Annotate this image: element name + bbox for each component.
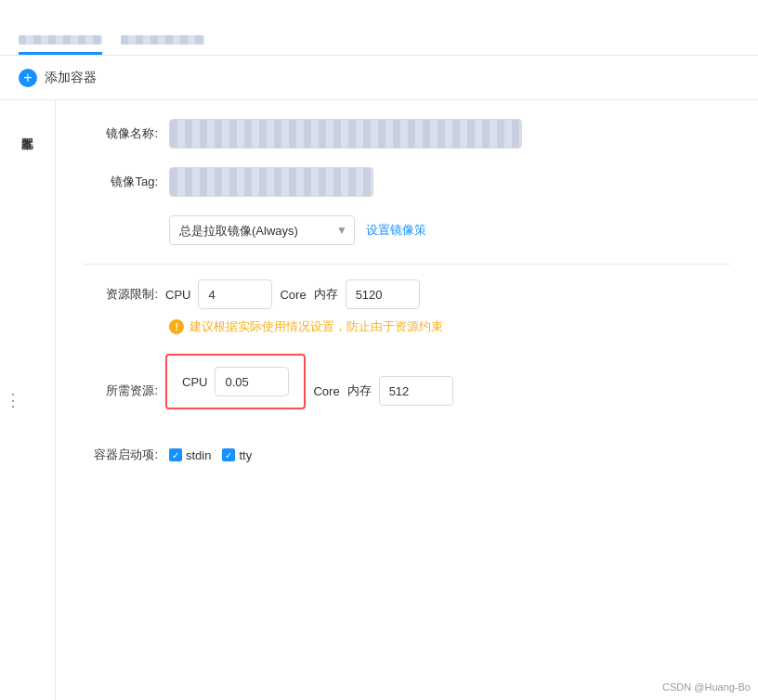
main-container: + 添加容器 ⋮ 基本配置 镜像名称: 镜像Tag: <box>0 0 758 700</box>
tty-checkbox-wrapper: ✓ tty <box>222 448 252 462</box>
tab-2-underline <box>121 52 204 55</box>
image-tag-input[interactable] <box>169 167 373 197</box>
tty-label: tty <box>239 448 252 462</box>
startup-row: 容器启动项: ✓ stdin ✓ tty <box>84 447 730 463</box>
separator-1 <box>84 264 730 265</box>
image-name-label: 镜像名称: <box>84 125 158 142</box>
needs-cpu-field-label: CPU <box>182 375 207 389</box>
warning-row: ! 建议根据实际使用情况设置，防止由于资源约束 <box>84 318 730 335</box>
memory-input[interactable] <box>346 279 420 309</box>
stdin-checkbox[interactable]: ✓ <box>169 448 182 461</box>
tty-checkbox[interactable]: ✓ <box>222 448 235 461</box>
tab-1-text <box>19 35 102 45</box>
cpu-input[interactable] <box>198 279 272 309</box>
tty-checkmark: ✓ <box>225 450 232 460</box>
pull-policy-select[interactable]: 总是拉取镜像(Always) <box>169 215 355 245</box>
needs-memory-field-label: 内存 <box>347 382 372 399</box>
add-container-label: 添加容器 <box>45 70 97 86</box>
needs-resource-wrapper: 所需资源: CPU Core 内存 <box>84 354 730 428</box>
image-name-input[interactable] <box>169 119 522 149</box>
cpu-field-label: CPU <box>165 288 190 302</box>
tab-1[interactable] <box>19 0 102 55</box>
stdin-checkbox-wrapper: ✓ stdin <box>169 448 211 462</box>
needs-cpu-input[interactable] <box>215 367 289 396</box>
stdin-checkmark: ✓ <box>172 450 179 460</box>
highlighted-section: CPU <box>165 354 306 409</box>
startup-label: 容器启动项: <box>84 447 158 463</box>
image-name-row: 镜像名称: <box>84 119 730 149</box>
sidebar-label[interactable]: 基本配置 <box>15 119 41 137</box>
needs-core-label: Core <box>313 384 339 398</box>
tab-2[interactable] <box>121 0 204 55</box>
memory-field-label: 内存 <box>314 286 338 303</box>
plus-icon: + <box>23 71 32 85</box>
image-tag-row: 镜像Tag: <box>84 167 730 197</box>
form-area: 镜像名称: 镜像Tag: 总是拉取镜像(Always) ▼ 设置镜像策 <box>56 100 758 700</box>
pull-policy-row: 总是拉取镜像(Always) ▼ 设置镜像策 <box>84 215 730 245</box>
left-sidebar: ⋮ 基本配置 <box>0 100 56 700</box>
set-image-link[interactable]: 设置镜像策 <box>366 222 426 239</box>
resource-limit-label: 资源限制: <box>84 286 158 303</box>
top-tabs-area <box>0 0 758 56</box>
stdin-label: stdin <box>186 448 211 462</box>
core-label: Core <box>280 288 306 302</box>
warning-icon: ! <box>169 319 184 334</box>
watermark: CSDN @Huang-Bo <box>662 681 751 693</box>
warning-text: 建议根据实际使用情况设置，防止由于资源约束 <box>190 318 443 335</box>
sidebar-dots: ⋮ <box>5 390 21 410</box>
needs-memory-input[interactable] <box>379 376 453 406</box>
tab-1-underline <box>19 52 102 55</box>
image-tag-label: 镜像Tag: <box>84 174 158 190</box>
resource-limit-row: 资源限制: CPU Core 内存 <box>84 279 730 309</box>
tab-2-text <box>121 35 204 45</box>
content-area: ⋮ 基本配置 镜像名称: 镜像Tag: 总是拉取镜像(Always) <box>0 100 758 700</box>
add-container-bar: + 添加容器 <box>0 56 758 100</box>
add-container-icon[interactable]: + <box>19 69 37 87</box>
needs-resource-label: 所需资源: <box>84 382 158 399</box>
pull-policy-select-wrapper: 总是拉取镜像(Always) ▼ <box>169 215 355 245</box>
